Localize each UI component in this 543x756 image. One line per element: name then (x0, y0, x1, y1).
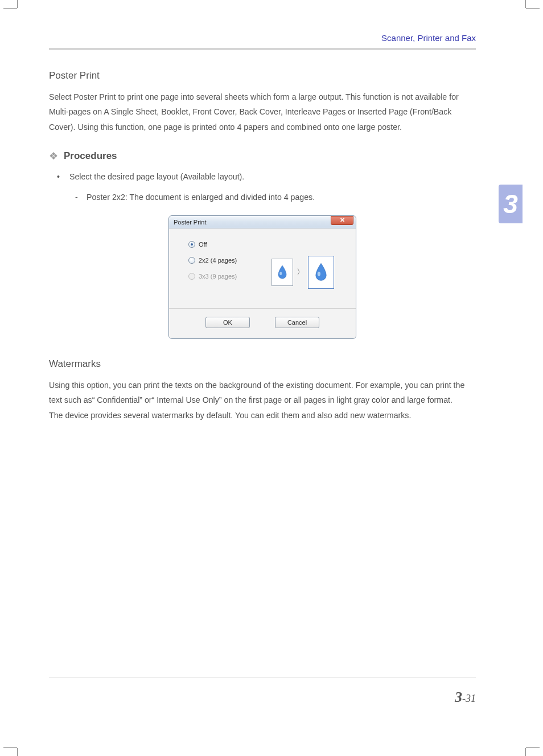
radio-icon (188, 273, 195, 280)
arrow-right-icon: 〉 (297, 267, 305, 277)
close-button[interactable]: ✕ (331, 216, 353, 225)
procedure-dash: Poster 2x2: The document is enlarged and… (75, 190, 476, 204)
dialog-preview: 〉 (272, 256, 334, 289)
page-number-chapter: 3 (455, 689, 462, 705)
preview-result-thumb (308, 256, 334, 289)
diamond-icon: ❖ (49, 151, 58, 161)
chapter-tab: 3 (499, 185, 523, 223)
procedure-bullet: Select the desired page layout (Availabl… (59, 170, 476, 204)
heading-watermarks: Watermarks (49, 358, 476, 370)
svg-point-0 (279, 272, 282, 275)
cancel-button-label: Cancel (287, 319, 307, 326)
paragraph-poster-print: Select Poster Print to print one page in… (49, 89, 476, 134)
poster-print-dialog: Poster Print ✕ Off 2x2 (4 pages) 3x3 (9 … (168, 215, 356, 339)
heading-procedures: ❖ Procedures (49, 150, 476, 162)
close-icon: ✕ (340, 217, 345, 223)
page-number-page: -31 (462, 693, 476, 704)
water-drop-icon (314, 263, 328, 282)
radio-off[interactable]: Off (188, 241, 345, 248)
svg-point-1 (318, 272, 320, 276)
dialog-titlebar: Poster Print ✕ (169, 216, 356, 228)
water-drop-icon (277, 265, 288, 280)
ok-button[interactable]: OK (205, 317, 250, 328)
heading-poster-print: Poster Print (49, 70, 476, 81)
chapter-number: 3 (503, 191, 518, 217)
radio-icon (188, 241, 195, 248)
procedure-dash-text: Poster 2x2: The document is enlarged and… (87, 193, 315, 202)
preview-source-thumb (272, 259, 293, 286)
header-rule (49, 48, 476, 50)
radio-2x2-label: 2x2 (4 pages) (199, 257, 237, 264)
radio-off-label: Off (199, 241, 207, 248)
dialog-title-text: Poster Print (174, 219, 206, 226)
running-header: Scanner, Printer and Fax (49, 33, 476, 48)
paragraph-watermarks: Using this option, you can print the tex… (49, 378, 476, 423)
ok-button-label: OK (223, 319, 232, 326)
procedure-bullet-text: Select the desired page layout (Availabl… (69, 172, 244, 181)
radio-icon (188, 257, 195, 264)
page-number: 3-31 (49, 689, 476, 706)
radio-3x3-label: 3x3 (9 pages) (199, 273, 237, 280)
procedures-label: Procedures (64, 150, 117, 162)
footer-rule (49, 677, 476, 677)
cancel-button[interactable]: Cancel (275, 317, 319, 328)
